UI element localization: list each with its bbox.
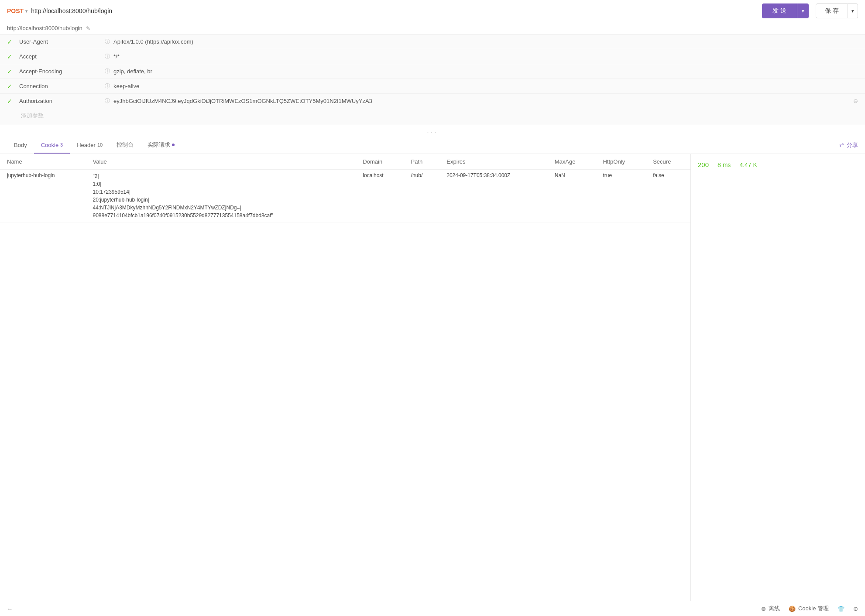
offline-icon: ⊗: [761, 606, 766, 612]
header-name: User-Agent: [19, 38, 98, 45]
check-icon: ✓: [7, 68, 12, 75]
cell-path: /hub/: [404, 170, 440, 222]
cell-value: "2|1:0|10:1723959514|20:jupyterhub-hub-l…: [86, 170, 356, 222]
header-row: ✓User-AgentⓘApifox/1.0.0 (https://apifox…: [0, 34, 865, 49]
check-icon: ✓: [7, 83, 12, 90]
add-param-button[interactable]: 添加参数: [0, 108, 865, 125]
back-icon: ←: [7, 606, 13, 612]
cell-value-part: 1:0|: [93, 181, 101, 187]
header-value-text: gzip, deflate, br: [113, 68, 152, 75]
header-value-text: keep-alive: [113, 83, 139, 89]
save-dropdown-button[interactable]: ▾: [848, 3, 858, 18]
tab-body[interactable]: Body: [7, 137, 34, 154]
header-value-text: Apifox/1.0.0 (https://apifox.com): [113, 38, 193, 45]
header-value-area: ⓘgzip, deflate, br: [105, 68, 858, 75]
bottom-bar: ← ⊗ 离线 🍪 Cookie 管理 👕 ⊙: [0, 601, 865, 616]
cell-value-part: 44:NTJiNjA3MDkyMzhhNDg5Y2FlNDMxN2Y4MTYwZ…: [93, 205, 241, 211]
cookie-manager-label: Cookie 管理: [798, 605, 829, 613]
cell-value-part: 20:jupyterhub-hub-login|: [93, 197, 149, 203]
header-value-area: ⓘeyJhbGciOiJIUzM4NCJ9.eyJqdGkiOiJjOTRiMW…: [105, 97, 858, 105]
cell-secure: false: [646, 170, 690, 222]
url-input[interactable]: [31, 7, 759, 14]
col-expires: Expires: [439, 154, 547, 170]
scroll-container: NameValueDomainPathExpiresMaxAgeHttpOnly…: [0, 154, 690, 601]
info-icon: ⓘ: [105, 53, 110, 60]
cookie-table: NameValueDomainPathExpiresMaxAgeHttpOnly…: [0, 154, 690, 222]
col-secure: Secure: [646, 154, 690, 170]
back-button[interactable]: ←: [7, 606, 13, 612]
send-button[interactable]: 发 送: [762, 3, 797, 18]
cookie-icon: 🍪: [789, 606, 796, 612]
tab-[interactable]: 控制台: [110, 137, 141, 154]
cell-maxage: NaN: [548, 170, 596, 222]
tab-label: 控制台: [117, 141, 134, 149]
tab-badge: 10: [97, 142, 103, 147]
cell-domain: localhost: [356, 170, 404, 222]
info-icon: ⓘ: [105, 97, 110, 105]
offline-label: 离线: [769, 605, 780, 613]
table-row: jupyterhub-hub-login"2|1:0|10:1723959514…: [0, 170, 690, 222]
tabs-bar: BodyCookie 3Header 10控制台实际请求 ⇄ 分享: [0, 137, 865, 154]
header-value-area: ⓘ*/*: [105, 53, 858, 60]
share-icon: ⇄: [839, 142, 844, 148]
cell-name: jupyterhub-hub-login: [0, 170, 86, 222]
tab-[interactable]: 实际请求: [141, 137, 182, 154]
header-name: Accept: [19, 53, 98, 60]
col-path: Path: [404, 154, 440, 170]
help-icon: ⊙: [853, 606, 858, 612]
save-button[interactable]: 保 存: [816, 3, 848, 18]
info-icon: ⓘ: [105, 82, 110, 90]
remove-icon[interactable]: ⊖: [853, 98, 858, 104]
cell-value-part: 10:1723959514|: [93, 189, 130, 195]
cell-value-part: "2|: [93, 173, 99, 179]
response-size: 4.47 K: [739, 161, 757, 168]
header-row: ✓Accept-Encodingⓘgzip, deflate, br: [0, 64, 865, 79]
share-bottom-icon: 👕: [838, 606, 844, 612]
share-label: 分享: [847, 141, 858, 149]
col-domain: Domain: [356, 154, 404, 170]
method-label: POST: [7, 7, 24, 14]
method-dropdown[interactable]: POST ▾: [7, 7, 27, 14]
response-time: 8 ms: [717, 161, 731, 168]
cell-httponly: true: [596, 170, 646, 222]
col-httponly: HttpOnly: [596, 154, 646, 170]
top-bar: POST ▾ 发 送 ▾ 保 存 ▾: [0, 0, 865, 22]
col-value: Value: [86, 154, 356, 170]
response-status: 200: [698, 161, 709, 168]
header-name: Authorization: [19, 98, 98, 104]
header-row: ✓AuthorizationⓘeyJhbGciOiJIUzM4NCJ9.eyJq…: [0, 94, 865, 108]
help-button[interactable]: ⊙: [853, 606, 858, 612]
info-icon: ⓘ: [105, 38, 110, 45]
section-divider: ...: [0, 125, 865, 137]
header-name: Accept-Encoding: [19, 68, 98, 75]
header-value-area: ⓘkeep-alive: [105, 82, 858, 90]
info-icon: ⓘ: [105, 68, 110, 75]
send-btn-group: 发 送 ▾: [762, 3, 809, 18]
tab-dot: [172, 144, 175, 146]
check-icon: ✓: [7, 98, 12, 105]
save-btn-group: 保 存 ▾: [816, 3, 858, 18]
header-value-text: eyJhbGciOiJIUzM4NCJ9.eyJqdGkiOiJjOTRiMWE…: [113, 98, 372, 104]
cell-expires: 2024-09-17T05:38:34.000Z: [439, 170, 547, 222]
right-panel: 200 8 ms 4.47 K: [690, 154, 865, 601]
method-chevron-icon: ▾: [25, 9, 27, 14]
headers-section: ✓User-AgentⓘApifox/1.0.0 (https://apifox…: [0, 34, 865, 125]
cookie-area[interactable]: NameValueDomainPathExpiresMaxAgeHttpOnly…: [0, 154, 690, 601]
edit-icon[interactable]: ✎: [86, 25, 90, 31]
header-value-text: */*: [113, 53, 120, 60]
header-value-area: ⓘApifox/1.0.0 (https://apifox.com): [105, 38, 858, 45]
tab-header[interactable]: Header 10: [70, 137, 110, 154]
header-row: ✓Connectionⓘkeep-alive: [0, 79, 865, 94]
tab-label: Cookie: [41, 142, 58, 148]
share-bottom-button[interactable]: 👕: [838, 606, 844, 612]
header-name: Connection: [19, 83, 98, 89]
breadcrumb-url: http://localhost:8000/hub/login: [7, 25, 82, 31]
offline-button[interactable]: ⊗ 离线: [761, 605, 780, 613]
tab-cookie[interactable]: Cookie 3: [34, 137, 70, 154]
cookie-manager-button[interactable]: 🍪 Cookie 管理: [789, 605, 829, 613]
share-button[interactable]: ⇄ 分享: [839, 141, 858, 149]
send-dropdown-button[interactable]: ▾: [797, 3, 809, 18]
main-content: NameValueDomainPathExpiresMaxAgeHttpOnly…: [0, 154, 865, 601]
tab-badge: 3: [60, 142, 63, 147]
url-breadcrumb: http://localhost:8000/hub/login ✎: [0, 22, 865, 34]
